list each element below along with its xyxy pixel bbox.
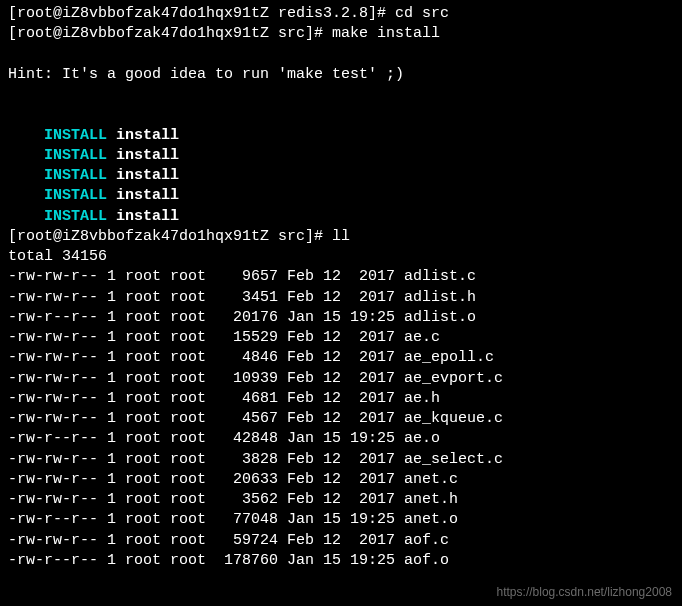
file-row: -rw-r--r-- 1 root root 178760 Jan 15 19:… [8,551,674,571]
file-row: -rw-r--r-- 1 root root 77048 Jan 15 19:2… [8,510,674,530]
file-row: -rw-rw-r-- 1 root root 3828 Feb 12 2017 … [8,450,674,470]
file-row: -rw-rw-r-- 1 root root 15529 Feb 12 2017… [8,328,674,348]
shell-command: make install [332,25,440,42]
terminal-line [8,85,674,105]
terminal-line: [root@iZ8vbbofzak47do1hqx91tZ src]# make… [8,24,674,44]
hint-line: Hint: It's a good idea to run 'make test… [8,65,674,85]
total-line: total 34156 [8,247,674,267]
file-row: -rw-rw-r-- 1 root root 4681 Feb 12 2017 … [8,389,674,409]
file-row: -rw-rw-r-- 1 root root 3451 Feb 12 2017 … [8,288,674,308]
file-row: -rw-rw-r-- 1 root root 20633 Feb 12 2017… [8,470,674,490]
file-row: -rw-rw-r-- 1 root root 4567 Feb 12 2017 … [8,409,674,429]
file-row: -rw-r--r-- 1 root root 42848 Jan 15 19:2… [8,429,674,449]
shell-command: ll [332,228,350,245]
file-row: -rw-r--r-- 1 root root 20176 Jan 15 19:2… [8,308,674,328]
install-line: INSTALL install [8,146,674,166]
install-target: install [116,147,179,164]
install-line: INSTALL install [8,166,674,186]
file-row: -rw-rw-r-- 1 root root 59724 Feb 12 2017… [8,531,674,551]
terminal-line: [root@iZ8vbbofzak47do1hqx91tZ redis3.2.8… [8,4,674,24]
shell-prompt: [root@iZ8vbbofzak47do1hqx91tZ src]# [8,228,332,245]
install-target: install [116,208,179,225]
install-label: INSTALL [44,187,107,204]
install-line: INSTALL install [8,186,674,206]
watermark: https://blog.csdn.net/lizhong2008 [497,584,672,600]
install-label: INSTALL [44,167,107,184]
terminal-line [8,45,674,65]
file-row: -rw-rw-r-- 1 root root 3562 Feb 12 2017 … [8,490,674,510]
install-label: INSTALL [44,127,107,144]
shell-command: cd src [395,5,449,22]
install-label: INSTALL [44,208,107,225]
install-target: install [116,127,179,144]
terminal-line [8,105,674,125]
install-line: INSTALL install [8,126,674,146]
file-row: -rw-rw-r-- 1 root root 10939 Feb 12 2017… [8,369,674,389]
terminal[interactable]: [root@iZ8vbbofzak47do1hqx91tZ redis3.2.8… [0,0,682,575]
file-row: -rw-rw-r-- 1 root root 4846 Feb 12 2017 … [8,348,674,368]
install-label: INSTALL [44,147,107,164]
terminal-line: [root@iZ8vbbofzak47do1hqx91tZ src]# ll [8,227,674,247]
shell-prompt: [root@iZ8vbbofzak47do1hqx91tZ redis3.2.8… [8,5,395,22]
install-line: INSTALL install [8,207,674,227]
install-target: install [116,187,179,204]
install-target: install [116,167,179,184]
shell-prompt: [root@iZ8vbbofzak47do1hqx91tZ src]# [8,25,332,42]
file-row: -rw-rw-r-- 1 root root 9657 Feb 12 2017 … [8,267,674,287]
